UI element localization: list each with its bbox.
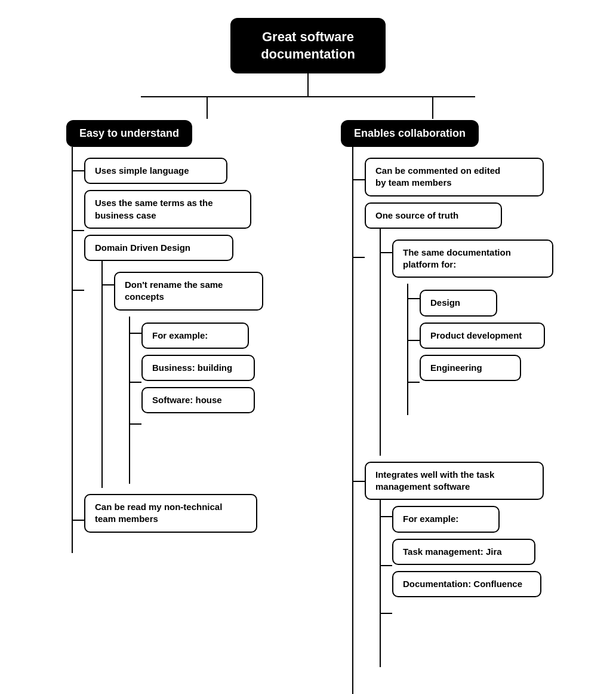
integrates-subtree: Integrates well with the taskmanagement … — [365, 462, 553, 668]
platform-subtree: Design Product development Engineering — [392, 284, 553, 415]
task-mgmt-jira-node: Task management: Jira — [392, 539, 535, 565]
dont-rename-tree: Don't rename the sameconcepts — [84, 261, 263, 488]
for-example-right-tree: For example: Task management: Jira Docum… — [365, 500, 553, 667]
software-house-node: Software: house — [141, 387, 255, 413]
doc-confluence-node: Documentation: Confluence — [392, 571, 541, 597]
platform-items: Design Product development Engineering — [420, 284, 545, 415]
for-example-left-tree: For example: Business: building Software… — [114, 317, 263, 484]
one-source-subtree: One source of truth The same documentati… — [365, 202, 553, 456]
same-doc-tree: The same documentationplatform for: — [365, 229, 553, 456]
for-example-left-bracket — [114, 317, 141, 484]
uses-simple-node: Uses simple language — [84, 158, 227, 184]
right-branch: Enables collaboration Can be commented o… — [323, 120, 580, 694]
right-items: Can be commented on editedby team member… — [365, 147, 553, 694]
for-example-right-items: For example: Task management: Jira Docum… — [392, 500, 541, 667]
same-doc-platform-node: The same documentationplatform for: — [392, 239, 553, 278]
engineering-node: Engineering — [420, 355, 521, 381]
can-be-commented-node: Can be commented on editedby team member… — [365, 158, 544, 196]
product-dev-node: Product development — [420, 323, 545, 349]
right-branch-tree: Can be commented on editedby team member… — [323, 147, 580, 694]
same-doc-bracket — [365, 229, 392, 456]
for-example-right-node: For example: — [392, 506, 500, 532]
for-example-right-bracket — [365, 500, 392, 667]
right-bracket-svg — [323, 147, 365, 694]
root-node: Great software documentation — [230, 18, 386, 73]
mind-map-diagram: Great software documentation Easy to und… — [12, 18, 604, 694]
dont-rename-bracket — [84, 261, 114, 488]
uses-same-terms-node: Uses the same terms as thebusiness case — [84, 190, 251, 229]
business-building-node: Business: building — [141, 355, 255, 381]
dont-rename-node: Don't rename the sameconcepts — [114, 272, 263, 311]
left-bracket-svg — [36, 147, 84, 553]
root-connector — [307, 73, 309, 96]
left-branch-tree: Uses simple language Uses the same terms… — [36, 147, 293, 553]
horizontal-branch-line — [141, 96, 475, 97]
domain-driven-subtree: Domain Driven Design Don't rename the sa… — [84, 235, 263, 488]
design-node: Design — [420, 290, 497, 316]
platform-bracket — [392, 284, 420, 415]
dont-rename-items: Don't rename the sameconcepts — [114, 261, 263, 488]
for-example-left-items: For example: Business: building Software… — [141, 317, 255, 484]
easy-to-understand-node: Easy to understand — [66, 120, 192, 147]
enables-collaboration-node: Enables collaboration — [341, 120, 479, 147]
left-branch: Easy to understand — [36, 120, 293, 553]
left-items: Uses simple language Uses the same terms… — [84, 147, 263, 553]
one-source-node: One source of truth — [365, 202, 502, 229]
can-be-read-node: Can be read my non-technicalteam members — [84, 494, 257, 533]
integrates-well-node: Integrates well with the taskmanagement … — [365, 462, 544, 500]
same-doc-items: The same documentationplatform for: — [392, 229, 553, 456]
for-example-left-node: For example: — [141, 323, 249, 349]
domain-driven-node: Domain Driven Design — [84, 235, 233, 261]
